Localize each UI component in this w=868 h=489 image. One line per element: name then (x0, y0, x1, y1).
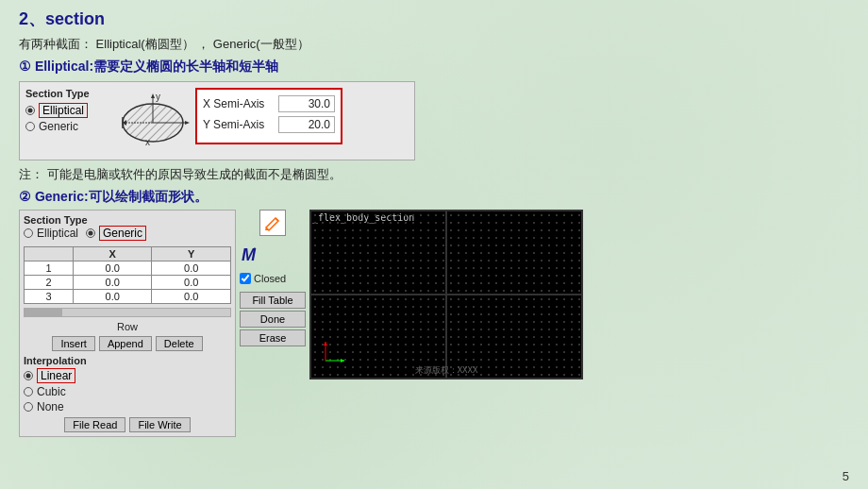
linear-radio[interactable] (24, 371, 33, 380)
g-generic-label: Generic (99, 226, 146, 241)
generic-demo: Section Type Elliptical Generic X (19, 210, 849, 437)
g-elliptical-label: Elliptical (37, 227, 78, 240)
insert-button[interactable]: Insert (52, 336, 95, 351)
x-semi-axis-row: X Semi-Axis 30.0 (203, 95, 335, 112)
svg-marker-6 (185, 121, 190, 125)
none-label: None (37, 400, 64, 413)
row-label: Row (24, 321, 231, 332)
page-container: 2、section 有两种截面： Elliptical(椭圆型） ， Gener… (0, 0, 868, 445)
file-write-button[interactable]: File Write (129, 417, 190, 432)
erase-button[interactable]: Erase (240, 329, 306, 346)
elliptical-radio[interactable] (25, 106, 35, 115)
row-buttons: Insert Append Delete (24, 336, 231, 351)
row-x[interactable]: 0.0 (73, 261, 152, 276)
svg-marker-3 (151, 93, 155, 98)
y-semi-axis-label: Y Semi-Axis (203, 118, 278, 131)
canvas-q1 (310, 211, 446, 295)
table-row: 10.00.0 (25, 261, 231, 276)
generic-panel: Section Type Elliptical Generic X (19, 210, 236, 437)
x-semi-axis-value[interactable]: 30.0 (278, 95, 335, 112)
col-y: Y (152, 247, 231, 261)
section1-header: ① Elliptical:需要定义椭圆的长半轴和短半轴 (19, 59, 849, 76)
row-y[interactable]: 0.0 (152, 261, 231, 276)
y-semi-axis-value[interactable]: 20.0 (278, 116, 335, 133)
table-row: 30.00.0 (25, 290, 231, 304)
g-elliptical-radio[interactable] (24, 228, 33, 238)
row-num: 3 (25, 290, 74, 304)
row-y[interactable]: 0.0 (152, 290, 231, 304)
page-title: 2、section (19, 8, 849, 30)
black-canvas: _flex_body_section (309, 210, 583, 379)
x-semi-axis-label: X Semi-Axis (203, 97, 278, 110)
delete-button[interactable]: Delete (156, 336, 203, 351)
row-num: 1 (25, 261, 74, 276)
cubic-option[interactable]: Cubic (24, 385, 231, 398)
page-number: 5 (843, 469, 849, 483)
canvas-q2 (446, 211, 582, 295)
file-buttons: File Read File Write (24, 417, 231, 432)
none-radio[interactable] (24, 402, 33, 412)
axis-inputs: X Semi-Axis 30.0 Y Semi-Axis 20.0 (195, 88, 342, 144)
generic-label: Generic (39, 120, 78, 133)
canvas-dots-q1 (311, 211, 445, 294)
svg-marker-17 (324, 342, 327, 346)
interpolation-label: Interpolation (24, 355, 231, 366)
closed-checkbox[interactable] (240, 273, 251, 284)
svg-line-11 (275, 218, 278, 221)
file-read-button[interactable]: File Read (64, 417, 125, 432)
ellipse-svg: y x (111, 89, 194, 153)
none-option[interactable]: None (24, 400, 231, 413)
cubic-radio[interactable] (24, 387, 33, 396)
col-num (25, 247, 74, 261)
table-scrollbar[interactable] (24, 308, 231, 317)
elliptical-radio-option[interactable]: Elliptical (25, 103, 110, 118)
row-x[interactable]: 0.0 (73, 276, 152, 290)
generic-radio[interactable] (25, 122, 35, 131)
coord-table: X Y 10.00.020.00.030.00.0 (24, 246, 231, 304)
row-num: 2 (25, 276, 74, 290)
axis-indicator (321, 337, 349, 368)
generic-radio-option[interactable]: Generic (25, 120, 110, 133)
closed-row: Closed (240, 273, 306, 284)
svg-text:x: x (145, 137, 150, 147)
linear-label: Linear (37, 368, 75, 383)
section-type-label: Section Type (25, 88, 110, 99)
elliptical-demo: Section Type Elliptical Generic (19, 81, 415, 160)
action-buttons: Fill Table Done Erase (240, 292, 306, 348)
draw-tools (240, 210, 306, 236)
fill-table-button[interactable]: Fill Table (240, 292, 306, 309)
svg-marker-15 (341, 359, 344, 363)
generic-type-options: Elliptical Generic (24, 226, 231, 243)
section2-header: ② Generic:可以绘制截面形状。 (19, 189, 849, 206)
y-semi-axis-row: Y Semi-Axis 20.0 (203, 116, 335, 133)
cubic-label: Cubic (37, 385, 66, 398)
done-button[interactable]: Done (240, 311, 306, 328)
row-x[interactable]: 0.0 (73, 290, 152, 304)
interpolation-panel: Interpolation Linear Cubic None (24, 355, 231, 413)
append-button[interactable]: Append (99, 336, 152, 351)
g-generic-radio[interactable] (86, 228, 95, 238)
mdi-icon-area: M i (240, 242, 306, 271)
draw-panel: M i Closed Fill Table Done Erase (240, 210, 306, 348)
canvas-footer-label: 来源版权：XXXX (415, 364, 478, 377)
g-generic-option[interactable]: Generic (86, 226, 146, 241)
ellipse-svg-area: y x (110, 88, 195, 154)
section-type-panel: Section Type Elliptical Generic (25, 88, 110, 135)
elliptical-label: Elliptical (39, 103, 88, 118)
intro-text: 有两种截面： Elliptical(椭圆型） ， Generic(一般型） (19, 36, 849, 53)
g-elliptical-option[interactable]: Elliptical (24, 226, 78, 241)
note-text: 注： 可能是电脑或软件的原因导致生成的截面不是椭圆型。 (19, 166, 849, 183)
col-x: X (73, 247, 152, 261)
linear-option[interactable]: Linear (24, 368, 231, 383)
closed-label: Closed (254, 273, 286, 284)
svg-text:y: y (156, 92, 160, 102)
row-y[interactable]: 0.0 (152, 276, 231, 290)
table-row: 20.00.0 (25, 276, 231, 290)
pencil-icon[interactable] (259, 210, 286, 236)
generic-section-type-label: Section Type (24, 214, 231, 226)
canvas-dots-q2 (447, 211, 581, 294)
